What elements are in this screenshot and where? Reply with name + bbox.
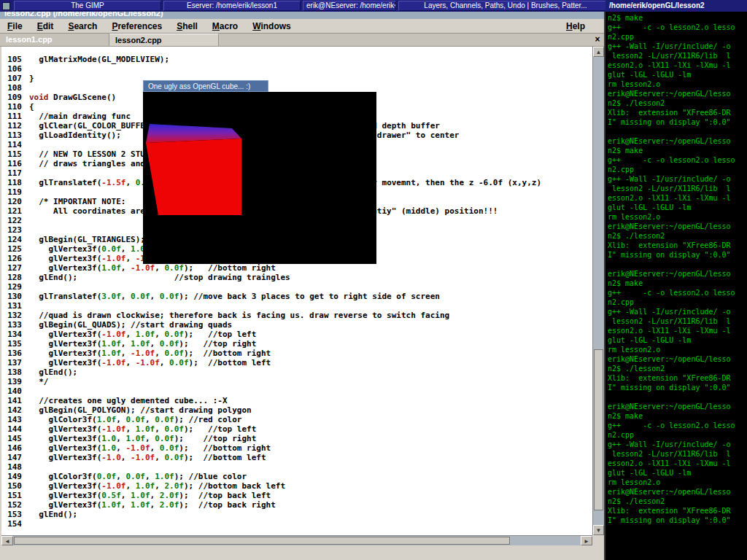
- menu-help[interactable]: Help: [559, 21, 592, 31]
- code-line: 106: [1, 64, 592, 74]
- taskbar-window-button[interactable]: The GIMP: [14, 1, 161, 11]
- tabbar: lesson1.cpplesson2.cpp ×: [0, 34, 604, 47]
- code-line: 139 */: [1, 377, 592, 386]
- terminal-line: glut -lGL -lGLU -lm: [608, 70, 747, 79]
- code-text: glVertex3f(1.0f, -1.0f, 0.0f); //bottom …: [29, 349, 271, 358]
- code-text: glVertex3f(-1.0f, 1.0f, 0.0f); //top lef…: [29, 424, 256, 434]
- code-text: glVertex3f(1.0f, 1.0f, 2.0f); //top back…: [29, 500, 276, 510]
- code-text: glColor3f(0.0f, 0.0f, 1.0f); //blue colo…: [29, 472, 247, 481]
- line-number: 152: [1, 500, 29, 510]
- line-number: 147: [1, 453, 29, 462]
- scroll-down-icon[interactable]: ▼: [593, 525, 604, 535]
- menubar-items: FileEditSearchPreferencesShellMacroWindo…: [0, 21, 298, 31]
- code-line: 131: [1, 301, 592, 311]
- terminal-line: Xlib: extension "XFree86-DR: [608, 373, 747, 383]
- code-line: 132 //quad is drawn clockwise; therefore…: [1, 311, 592, 320]
- code-line: 129: [1, 282, 592, 292]
- terminal-line: esson2.o -lX11 -lXi -lXmu -l: [608, 193, 747, 203]
- terminal-line: glut -lGL -lGLU -lm: [608, 203, 747, 212]
- desktop: lesson2.cpp (/home/erik/openGL/lesson2) …: [0, 0, 747, 560]
- code-line: 154: [1, 519, 592, 529]
- menu-shell[interactable]: Shell: [169, 21, 205, 31]
- line-number: 117: [1, 168, 29, 178]
- terminal-line: erik@NEserver:~/openGL/lesso: [608, 354, 747, 364]
- line-number: 136: [1, 349, 29, 358]
- code-text: glBegin(GL_POLYGON); //start drawing pol…: [29, 405, 252, 415]
- code-text: [29, 140, 34, 149]
- line-number: 118: [1, 178, 29, 187]
- terminal-line: esson2.o -lX11 -lXi -lXmu -l: [608, 459, 747, 468]
- menubar: FileEditSearchPreferencesShellMacroWindo…: [0, 19, 604, 34]
- opengl-titlebar[interactable]: One ugly ass OpenGL cube... :): [143, 80, 268, 92]
- code-line: 148: [1, 462, 592, 472]
- terminal-line: rm lesson2.o: [608, 345, 747, 354]
- taskbar-buttons: The GIMPEserver: /home/erik/lesson1erik@…: [14, 0, 605, 12]
- terminal-line: n2$ make: [608, 279, 747, 288]
- terminal-line: lesson2 -L/usr/X11R6/lib l: [608, 316, 747, 326]
- terminal-line: glut -lGL -lGLU -lm: [608, 335, 747, 345]
- terminal-window: /home/erik/openGL/lesson2 n2$ makeg++ -c…: [605, 0, 747, 560]
- line-number: 154: [1, 519, 29, 529]
- menu-search[interactable]: Search: [61, 21, 104, 31]
- tab-lesson2.cpp[interactable]: lesson2.cpp: [109, 34, 219, 46]
- taskbar-window-button[interactable]: Layers, Channels, Paths, Undo | Brushes,…: [398, 1, 605, 11]
- scroll-left-icon[interactable]: ◄: [1, 536, 13, 545]
- taskbar-menu-icon[interactable]: [2, 2, 10, 10]
- terminal-line: erik@NEserver:~/openGL/lesso: [608, 402, 747, 411]
- menu-windows[interactable]: Windows: [245, 21, 298, 31]
- menu-preferences[interactable]: Preferences: [104, 21, 169, 31]
- line-number: 138: [1, 368, 29, 377]
- line-number: 119: [1, 187, 29, 197]
- code-text: /* IMPORTANT NOTE:: [29, 197, 125, 206]
- menu-macro[interactable]: Macro: [205, 21, 245, 31]
- code-line: 150 glVertex3f(-1.0f, 1.0f, 2.0f); //bot…: [1, 481, 592, 491]
- code-line: 133 glBegin(GL_QUADS); //start drawing q…: [1, 320, 592, 330]
- vertical-scrollbar[interactable]: ▲ ▼: [592, 47, 604, 535]
- line-number: 123: [1, 225, 29, 235]
- code-text: [29, 301, 34, 311]
- terminal-line: n2.cpp: [608, 165, 747, 174]
- line-number: 124: [1, 235, 29, 244]
- terminal-line: n2.cpp: [608, 32, 747, 42]
- line-number: 146: [1, 443, 29, 453]
- code-text: glVertex3f(1.0f, 1.0f, 0.0f); //top righ…: [29, 339, 256, 349]
- taskbar-window-button[interactable]: Eserver: /home/erik/lesson1: [163, 1, 301, 11]
- terminal-line: lesson2 -L/usr/X11R6/lib l: [608, 184, 747, 193]
- terminal-title: /home/erik/openGL/lesson2: [609, 1, 705, 9]
- scroll-right-icon[interactable]: ►: [581, 536, 592, 545]
- scroll-up-icon[interactable]: ▲: [593, 47, 604, 57]
- code-text: [29, 64, 34, 74]
- horizontal-scrollbar-thumb[interactable]: [14, 537, 510, 545]
- code-text: //main drawing func: [29, 112, 131, 121]
- code-text: //quad is drawn clockwise; therefore bac…: [29, 311, 449, 320]
- terminal-line: I" missing on display ":0.0": [608, 250, 747, 260]
- terminal-titlebar[interactable]: /home/erik/openGL/lesson2: [605, 0, 747, 12]
- code-text: glTranslatef(3.0f, 0.0f, 0.0f); //move b…: [29, 292, 440, 301]
- taskbar-window-button[interactable]: erik@NEserver: /home/erik<4>: [303, 1, 396, 11]
- terminal-line: I" missing on display ":0.0": [608, 117, 747, 127]
- menu-file[interactable]: File: [0, 21, 30, 31]
- line-number: 144: [1, 424, 29, 434]
- terminal-line: n2$ ./lesson2: [608, 98, 747, 108]
- line-number: 125: [1, 244, 29, 254]
- horizontal-scrollbar[interactable]: ◄ ►: [1, 535, 592, 545]
- code-text: [29, 83, 34, 93]
- code-line: 143 glColor3f(1.0f, 0.0f, 0.0f); //red c…: [1, 415, 592, 424]
- code-text: glVertex3f(-1.0f, 1.0f, 2.0f); //bottom …: [29, 481, 285, 491]
- tab-lesson1.cpp[interactable]: lesson1.cpp: [0, 34, 109, 46]
- code-line: 128 glEnd(); //stop drawing traingles: [1, 273, 592, 282]
- terminal-output[interactable]: n2$ makeg++ -c -o lesson2.o lesson2.cppg…: [605, 12, 747, 560]
- menu-edit[interactable]: Edit: [30, 21, 61, 31]
- terminal-line: n2.cpp: [608, 298, 747, 307]
- terminal-line: g++ -Wall -I/usr/include/ -o: [608, 307, 747, 316]
- code-text: glEnd();: [29, 368, 77, 377]
- line-number: 134: [1, 330, 29, 339]
- tab-close-button[interactable]: ×: [591, 34, 604, 46]
- code-text: // NEW TO LESSON 2 STUFF: [29, 149, 155, 159]
- vertical-scrollbar-thumb[interactable]: [594, 349, 603, 510]
- code-text: glVertex3f(-1.0f, -1.0f, 0.0f); //bottom…: [29, 358, 271, 368]
- terminal-line: rm lesson2.o: [608, 212, 747, 222]
- terminal-line: g++ -Wall -I/usr/include/ -o: [608, 42, 747, 51]
- line-number: 130: [1, 292, 29, 301]
- code-line: 149 glColor3f(0.0f, 0.0f, 1.0f); //blue …: [1, 472, 592, 481]
